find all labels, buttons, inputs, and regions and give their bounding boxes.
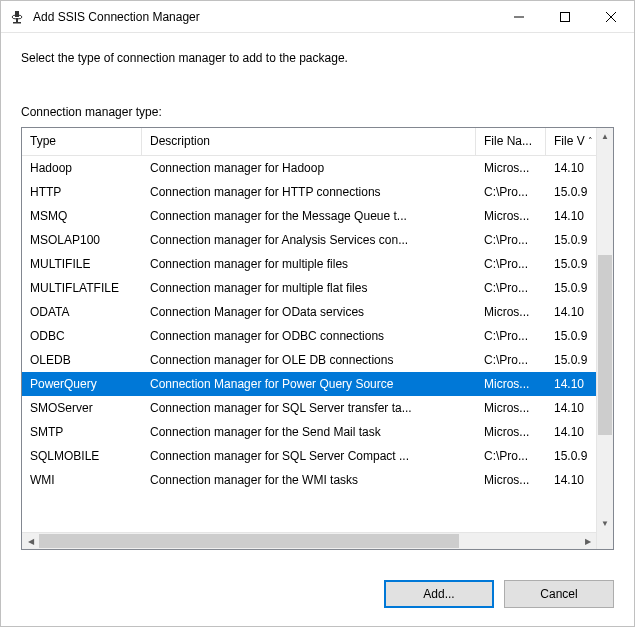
cell-filename: Micros... <box>476 425 546 439</box>
column-header-fileversion[interactable]: File V ˄ <box>546 128 596 155</box>
cell-filename: Micros... <box>476 161 546 175</box>
add-button[interactable]: Add... <box>384 580 494 608</box>
cell-type: MSMQ <box>22 209 142 223</box>
cell-description: Connection manager for HTTP connections <box>142 185 476 199</box>
cell-fileversion: 15.0.9 <box>546 233 596 247</box>
cell-fileversion: 14.10 <box>546 209 596 223</box>
svg-rect-3 <box>13 22 21 24</box>
app-icon <box>9 9 25 25</box>
cell-type: OLEDB <box>22 353 142 367</box>
scroll-left-button[interactable]: ◀ <box>22 533 39 549</box>
scroll-right-button[interactable]: ▶ <box>579 533 596 549</box>
cell-fileversion: 14.10 <box>546 305 596 319</box>
svg-rect-5 <box>561 12 570 21</box>
cell-fileversion: 15.0.9 <box>546 329 596 343</box>
svg-rect-0 <box>15 11 19 17</box>
column-header-filename[interactable]: File Na... <box>476 128 546 155</box>
cell-type: MULTIFILE <box>22 257 142 271</box>
cell-type: SMTP <box>22 425 142 439</box>
cell-filename: Micros... <box>476 377 546 391</box>
table-row[interactable]: MSOLAP100Connection manager for Analysis… <box>22 228 596 252</box>
cell-type: HTTP <box>22 185 142 199</box>
table-row[interactable]: SMTPConnection manager for the Send Mail… <box>22 420 596 444</box>
cell-fileversion: 14.10 <box>546 401 596 415</box>
horizontal-scroll-thumb[interactable] <box>39 534 459 548</box>
cell-description: Connection manager for SQL Server transf… <box>142 401 476 415</box>
table-row[interactable]: HadoopConnection manager for HadoopMicro… <box>22 156 596 180</box>
dialog-footer: Add... Cancel <box>1 564 634 626</box>
cell-fileversion: 15.0.9 <box>546 449 596 463</box>
table-body: HadoopConnection manager for HadoopMicro… <box>22 156 596 532</box>
title-bar: Add SSIS Connection Manager <box>1 1 634 33</box>
cell-filename: C:\Pro... <box>476 185 546 199</box>
cell-description: Connection manager for Analysis Services… <box>142 233 476 247</box>
scroll-up-button[interactable]: ▲ <box>597 128 613 145</box>
vertical-scroll-track[interactable] <box>597 145 613 515</box>
table-row[interactable]: ODBCConnection manager for ODBC connecti… <box>22 324 596 348</box>
table-row[interactable]: MULTIFLATFILEConnection manager for mult… <box>22 276 596 300</box>
table-row[interactable]: MSMQConnection manager for the Message Q… <box>22 204 596 228</box>
horizontal-scrollbar[interactable]: ◀ ▶ <box>22 532 596 549</box>
cell-description: Connection manager for Hadoop <box>142 161 476 175</box>
cell-type: ODBC <box>22 329 142 343</box>
cell-fileversion: 15.0.9 <box>546 281 596 295</box>
cell-description: Connection manager for OLE DB connection… <box>142 353 476 367</box>
minimize-button[interactable] <box>496 1 542 32</box>
column-header-description[interactable]: Description <box>142 128 476 155</box>
dialog-content: Select the type of connection manager to… <box>1 33 634 564</box>
cell-fileversion: 14.10 <box>546 473 596 487</box>
scroll-down-button[interactable]: ▼ <box>597 515 613 532</box>
instruction-text: Select the type of connection manager to… <box>21 51 614 65</box>
cell-fileversion: 14.10 <box>546 377 596 391</box>
cell-filename: C:\Pro... <box>476 329 546 343</box>
cell-description: Connection manager for ODBC connections <box>142 329 476 343</box>
cell-filename: Micros... <box>476 305 546 319</box>
table-row[interactable]: OLEDBConnection manager for OLE DB conne… <box>22 348 596 372</box>
cancel-button[interactable]: Cancel <box>504 580 614 608</box>
dialog-window: Add SSIS Connection Manager Select the t… <box>0 0 635 627</box>
table-row[interactable]: MULTIFILEConnection manager for multiple… <box>22 252 596 276</box>
cell-description: Connection Manager for Power Query Sourc… <box>142 377 476 391</box>
column-header-fileversion-label: File V <box>554 134 585 148</box>
window-controls <box>496 1 634 32</box>
horizontal-scroll-track[interactable] <box>39 533 579 549</box>
cell-description: Connection manager for multiple files <box>142 257 476 271</box>
cell-filename: C:\Pro... <box>476 353 546 367</box>
column-header-type[interactable]: Type <box>22 128 142 155</box>
cell-type: ODATA <box>22 305 142 319</box>
close-button[interactable] <box>588 1 634 32</box>
maximize-button[interactable] <box>542 1 588 32</box>
scrollbar-corner <box>596 532 613 549</box>
cell-filename: Micros... <box>476 401 546 415</box>
cell-filename: Micros... <box>476 473 546 487</box>
cell-description: Connection manager for the Send Mail tas… <box>142 425 476 439</box>
table-row[interactable]: SQLMOBILEConnection manager for SQL Serv… <box>22 444 596 468</box>
cell-description: Connection manager for the Message Queue… <box>142 209 476 223</box>
connection-type-list: Type Description File Na... File V ˄ Had… <box>21 127 614 550</box>
cell-fileversion: 15.0.9 <box>546 353 596 367</box>
cell-description: Connection manager for multiple flat fil… <box>142 281 476 295</box>
cell-description: Connection manager for SQL Server Compac… <box>142 449 476 463</box>
cell-description: Connection manager for the WMI tasks <box>142 473 476 487</box>
table-row[interactable]: HTTPConnection manager for HTTP connecti… <box>22 180 596 204</box>
cell-type: SQLMOBILE <box>22 449 142 463</box>
cell-fileversion: 14.10 <box>546 161 596 175</box>
vertical-scroll-thumb[interactable] <box>598 255 612 435</box>
table-row[interactable]: ODATAConnection Manager for OData servic… <box>22 300 596 324</box>
cell-filename: C:\Pro... <box>476 233 546 247</box>
cell-type: SMOServer <box>22 401 142 415</box>
table-row[interactable]: WMIConnection manager for the WMI tasksM… <box>22 468 596 492</box>
cell-description: Connection Manager for OData services <box>142 305 476 319</box>
table-header: Type Description File Na... File V ˄ <box>22 128 596 156</box>
table-row[interactable]: SMOServerConnection manager for SQL Serv… <box>22 396 596 420</box>
cell-type: Hadoop <box>22 161 142 175</box>
cell-filename: C:\Pro... <box>476 281 546 295</box>
cell-fileversion: 14.10 <box>546 425 596 439</box>
table-row[interactable]: PowerQueryConnection Manager for Power Q… <box>22 372 596 396</box>
sort-asc-icon: ˄ <box>588 136 593 146</box>
cell-type: MULTIFLATFILE <box>22 281 142 295</box>
vertical-scrollbar[interactable]: ▲ ▼ <box>596 128 613 532</box>
cell-filename: Micros... <box>476 209 546 223</box>
cell-type: WMI <box>22 473 142 487</box>
window-title: Add SSIS Connection Manager <box>33 10 496 24</box>
